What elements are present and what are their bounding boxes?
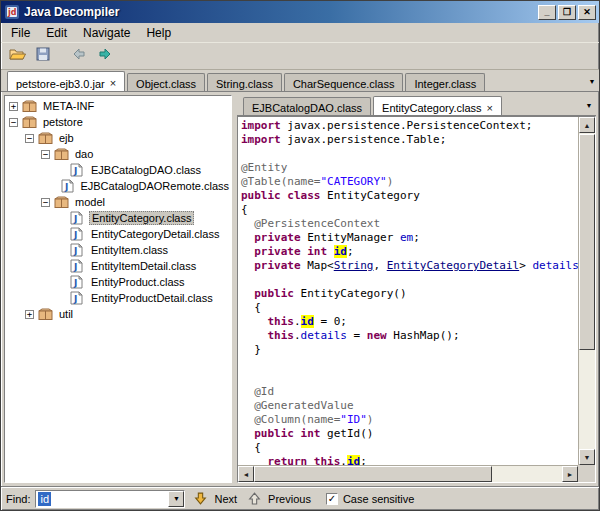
jar-tab[interactable]: Integer.class bbox=[405, 73, 485, 91]
code-type-link[interactable]: EntityCategoryDetail bbox=[387, 259, 519, 272]
scroll-up-icon[interactable]: ▲ bbox=[579, 117, 595, 133]
jar-tab[interactable]: CharSequence.class bbox=[284, 73, 404, 91]
code-line: public EntityCategory() bbox=[241, 287, 578, 301]
find-history-dropdown-icon[interactable]: ▼ bbox=[168, 491, 184, 507]
jar-tab[interactable]: petstore-ejb3.0.jar× bbox=[7, 71, 125, 91]
minimize-button[interactable]: _ bbox=[538, 5, 556, 20]
tree-item[interactable]: −ejb bbox=[5, 130, 231, 146]
back-button[interactable] bbox=[67, 45, 91, 67]
scroll-right-icon[interactable]: ► bbox=[562, 466, 578, 482]
maximize-button[interactable]: ❐ bbox=[558, 5, 576, 20]
tree-item-label: EntityProductDetail.class bbox=[89, 292, 215, 304]
tree-item[interactable]: +META-INF bbox=[5, 98, 231, 114]
tree-item[interactable]: JEntityCategoryDetail.class bbox=[5, 226, 231, 242]
next-icon[interactable] bbox=[194, 492, 207, 505]
code-token: EntityCategory() bbox=[301, 287, 407, 300]
code-line: @Entity bbox=[241, 161, 578, 175]
expand-icon[interactable]: + bbox=[25, 310, 34, 319]
collapse-icon[interactable]: − bbox=[9, 118, 18, 127]
next-button[interactable]: Next bbox=[212, 492, 239, 506]
class-icon: J bbox=[70, 227, 85, 241]
code-line: } bbox=[241, 343, 578, 357]
open-jar-button[interactable] bbox=[5, 45, 29, 67]
code-line: { bbox=[241, 441, 578, 455]
code-token: details bbox=[532, 259, 578, 272]
scroll-left-icon[interactable]: ◄ bbox=[238, 466, 254, 482]
tree-indent bbox=[9, 154, 41, 155]
horizontal-scrollbar[interactable]: ◄ ► bbox=[238, 465, 578, 482]
vertical-scroll-thumb[interactable] bbox=[579, 134, 595, 350]
code-tab-bar: EJBCatalogDAO.classEntityCategory.class×… bbox=[237, 95, 596, 116]
collapse-icon[interactable]: − bbox=[41, 150, 50, 159]
code-token: EntityManager bbox=[307, 231, 400, 244]
horizontal-scroll-thumb[interactable] bbox=[254, 466, 492, 482]
tree-item[interactable]: JEntityItemDetail.class bbox=[5, 258, 231, 274]
app-window: jd Java Decompiler _ ❐ ✕ FileEditNavigat… bbox=[0, 0, 600, 511]
jar-tab[interactable]: Object.class bbox=[127, 73, 205, 91]
package-icon bbox=[54, 195, 69, 209]
vertical-scrollbar[interactable]: ▲ ▼ bbox=[578, 117, 595, 465]
code-tab[interactable]: EntityCategory.class× bbox=[373, 96, 502, 115]
code-token: HashMap(); bbox=[393, 329, 459, 342]
tree-item-label: model bbox=[73, 196, 107, 208]
tree-item-label: ejb bbox=[57, 132, 76, 144]
previous-button[interactable]: Previous bbox=[266, 492, 313, 506]
search-match-highlight: id bbox=[334, 245, 347, 258]
tree-item[interactable]: JEJBCatalogDAORemote.class bbox=[5, 178, 231, 194]
toolbar-separator bbox=[57, 45, 65, 67]
jar-tab-overflow-dropdown-icon[interactable]: ▼ bbox=[585, 78, 599, 91]
package-icon bbox=[38, 131, 53, 145]
code-token: @Entity bbox=[241, 161, 287, 174]
menu-navigate[interactable]: Navigate bbox=[75, 24, 138, 42]
code-token: { bbox=[241, 441, 261, 454]
code-line: private int id; bbox=[241, 245, 578, 259]
code-tab-overflow-dropdown-icon[interactable]: ▼ bbox=[582, 102, 596, 115]
tree-item[interactable]: −model bbox=[5, 194, 231, 210]
code-token: @Id bbox=[241, 385, 274, 398]
tree-item[interactable]: −petstore bbox=[5, 114, 231, 130]
menu-edit[interactable]: Edit bbox=[38, 24, 75, 42]
tree-item[interactable]: JEntityProduct.class bbox=[5, 274, 231, 290]
tree-item[interactable]: JEntityItem.class bbox=[5, 242, 231, 258]
svg-text:J: J bbox=[73, 214, 77, 224]
forward-button[interactable] bbox=[93, 45, 117, 67]
code-type-link[interactable]: String bbox=[334, 259, 374, 272]
find-input[interactable]: id ▼ bbox=[35, 490, 185, 508]
case-sensitive-checkbox[interactable]: ✓ bbox=[326, 493, 338, 505]
menu-help[interactable]: Help bbox=[138, 24, 179, 42]
tree-item[interactable]: JEntityProductDetail.class bbox=[5, 290, 231, 306]
code-content[interactable]: import javax.persistence.PersistenceCont… bbox=[238, 117, 578, 465]
tree-indent bbox=[9, 202, 41, 203]
tree-item[interactable]: +util bbox=[5, 306, 231, 322]
collapse-icon[interactable]: − bbox=[41, 198, 50, 207]
tab-close-icon[interactable]: × bbox=[110, 79, 116, 88]
open-jar-icon bbox=[9, 46, 26, 66]
app-icon: jd bbox=[4, 4, 20, 20]
scroll-down-icon[interactable]: ▼ bbox=[579, 449, 595, 465]
tab-close-icon[interactable]: × bbox=[487, 104, 493, 113]
code-token: { bbox=[241, 301, 261, 314]
class-icon: J bbox=[70, 275, 85, 289]
collapse-icon[interactable]: − bbox=[25, 134, 34, 143]
save-button[interactable] bbox=[31, 45, 55, 67]
code-token: @PersistenceContext bbox=[241, 217, 380, 230]
previous-icon[interactable] bbox=[248, 492, 261, 505]
svg-text:jd: jd bbox=[7, 8, 17, 17]
tree-item-label: EJBCatalogDAORemote.class bbox=[78, 180, 231, 192]
tab-label: EntityCategory.class bbox=[382, 102, 481, 114]
menu-file[interactable]: File bbox=[3, 24, 38, 42]
close-button[interactable]: ✕ bbox=[578, 5, 596, 20]
tree-item[interactable]: −dao bbox=[5, 146, 231, 162]
expand-icon[interactable]: + bbox=[9, 102, 18, 111]
code-line: private EntityManager em; bbox=[241, 231, 578, 245]
tab-label: Object.class bbox=[136, 78, 196, 90]
tree-indent bbox=[9, 298, 57, 299]
svg-text:J: J bbox=[73, 294, 77, 304]
code-token: public class bbox=[241, 189, 327, 202]
tree-item[interactable]: JEntityCategory.class bbox=[5, 210, 231, 226]
title-bar[interactable]: jd Java Decompiler _ ❐ ✕ bbox=[1, 1, 599, 23]
code-line: @GeneratedValue bbox=[241, 399, 578, 413]
tree-item[interactable]: JEJBCatalogDAO.class bbox=[5, 162, 231, 178]
code-tab[interactable]: EJBCatalogDAO.class bbox=[243, 97, 371, 115]
jar-tab[interactable]: String.class bbox=[207, 73, 282, 91]
